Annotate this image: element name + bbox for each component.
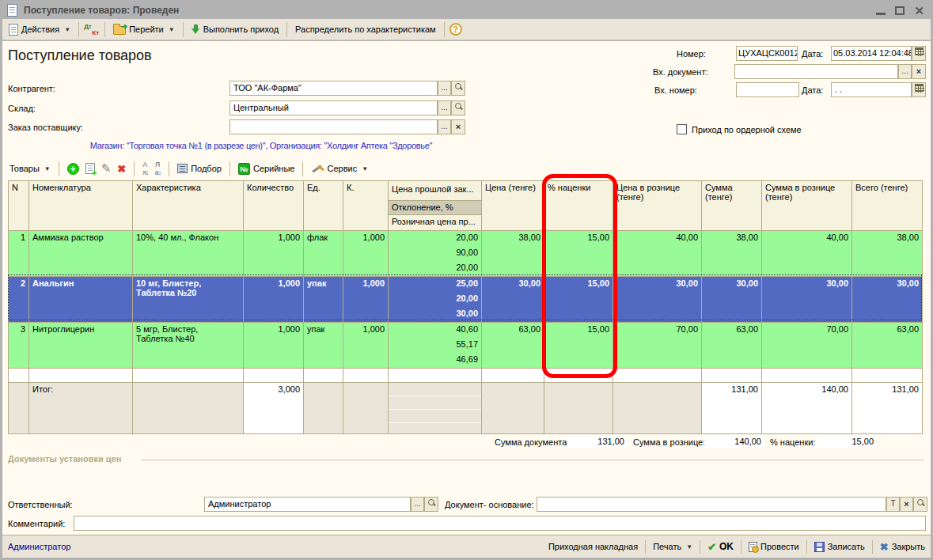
cell[interactable]: 1,000 <box>343 323 389 369</box>
close-window-button[interactable]: ✖Закрыть <box>878 541 927 553</box>
cell[interactable]: 30,00 <box>852 277 923 323</box>
minimize-button[interactable] <box>876 13 886 15</box>
cell[interactable]: 63,00 <box>852 323 923 369</box>
cell[interactable]: 30,00 <box>702 277 762 323</box>
supplier-order-ellipsis-button[interactable]: ... <box>438 119 451 134</box>
cell[interactable]: 38,00 <box>702 231 762 277</box>
save-button[interactable]: Записать <box>812 542 867 552</box>
goods-menu-button[interactable]: Товары▼ <box>6 161 54 177</box>
cell[interactable]: 40,00 <box>762 231 852 277</box>
col-header[interactable]: Цена прошлой зак...Отклонение, %Рознична… <box>389 181 482 231</box>
cell[interactable]: 30,00 <box>762 277 852 323</box>
table-row[interactable]: 3Нитроглицерин5 мгр, Блистер, Таблетка №… <box>9 323 923 369</box>
dtkt-button[interactable]: ДтКт <box>84 23 100 36</box>
responsible-ellipsis-button[interactable]: ... <box>411 497 424 512</box>
distribute-button[interactable]: Распределить по характеристикам <box>292 21 439 38</box>
cell[interactable]: 70,00 <box>762 323 852 369</box>
cell[interactable]: 3 <box>9 323 29 369</box>
warehouse-ellipsis-button[interactable]: ... <box>438 100 451 115</box>
cell[interactable]: 63,00 <box>482 323 544 369</box>
col-header[interactable]: Сумма в рознице (тенге) <box>762 181 852 231</box>
cell[interactable]: Анальгин <box>29 277 133 323</box>
cell[interactable]: упак <box>304 277 343 323</box>
post-button[interactable]: Провести <box>746 542 802 552</box>
in-date-calendar-button[interactable] <box>912 82 926 97</box>
cell[interactable]: 63,00 <box>702 323 762 369</box>
col-header[interactable]: Всего (тенге) <box>852 181 923 231</box>
in-num-field[interactable] <box>736 82 799 97</box>
date-field[interactable]: 05.03.2014 12:04:48 <box>831 46 912 61</box>
cell[interactable]: 5 мгр, Блистер, Таблетка №40 <box>133 323 244 369</box>
run-receipt-button[interactable]: Выполнить приход <box>188 21 282 38</box>
col-subheader[interactable]: Цена прошлой зак... <box>389 181 481 200</box>
items-table[interactable]: NНоменклатураХарактеристикаКоличествоЕд.… <box>8 180 923 434</box>
sort-asc-button[interactable]: Ая↓ <box>139 161 151 177</box>
in-doc-ellipsis-button[interactable]: ... <box>898 64 912 79</box>
maximize-button[interactable] <box>895 6 905 15</box>
order-scheme-checkbox[interactable] <box>677 124 687 134</box>
cell[interactable]: 15,00 <box>544 277 613 323</box>
cell[interactable]: Нитроглицерин <box>29 323 133 369</box>
sort-desc-button[interactable]: Яа↓ <box>152 161 165 177</box>
responsible-search-button[interactable] <box>424 497 438 512</box>
cell[interactable]: 10 мг, Блистер, Таблетка №20 <box>133 277 244 323</box>
empty-row[interactable] <box>9 369 923 383</box>
delete-row-button[interactable]: ✖ <box>114 161 129 177</box>
table-row[interactable]: 2Анальгин10 мг, Блистер, Таблетка №201,0… <box>9 277 923 323</box>
contractor-field[interactable]: ТОО "АК-Фарма" <box>229 81 438 96</box>
warehouse-field[interactable]: Центральный <box>229 100 438 115</box>
cell[interactable]: 40,00 <box>613 231 702 277</box>
col-header[interactable]: Номенклатура <box>29 181 133 231</box>
close-button[interactable]: ✕ <box>914 5 924 17</box>
copy-row-button[interactable] <box>82 161 98 177</box>
cell[interactable]: 15,00 <box>544 323 613 369</box>
ok-button[interactable]: ✔OK <box>705 541 736 553</box>
cell[interactable]: 20,0090,0020,00 <box>389 231 482 277</box>
status-user-link[interactable]: Администратор <box>8 542 70 551</box>
add-row-button[interactable]: + <box>64 161 82 177</box>
doc-type-link[interactable]: Приходная накладная <box>546 542 640 551</box>
col-subheader[interactable]: Отклонение, % <box>389 200 481 215</box>
col-header[interactable]: N <box>9 181 29 231</box>
cell[interactable]: 40,6055,1746,69 <box>389 323 482 369</box>
cell[interactable]: 1,000 <box>343 277 389 323</box>
base-doc-clear-button[interactable]: × <box>900 497 913 512</box>
contractor-search-button[interactable] <box>451 81 465 96</box>
col-header[interactable]: К. <box>343 181 389 231</box>
pick-button[interactable]: Подбор <box>174 161 225 177</box>
cell[interactable]: 15,00 <box>544 231 613 277</box>
cell[interactable]: 70,00 <box>613 323 702 369</box>
base-doc-search-button[interactable] <box>913 497 927 512</box>
cell[interactable]: 1,000 <box>343 231 389 277</box>
cell[interactable]: флак <box>304 231 343 277</box>
date-calendar-button[interactable] <box>912 46 926 61</box>
cell[interactable]: 1,000 <box>244 323 304 369</box>
cell[interactable]: 38,00 <box>852 231 923 277</box>
comment-field[interactable] <box>74 516 926 531</box>
print-button[interactable]: Печать▼ <box>650 542 695 551</box>
cell[interactable]: 30,00 <box>613 277 702 323</box>
base-doc-field[interactable] <box>537 497 886 512</box>
number-field[interactable]: ЦУХАЦСК0012 <box>736 46 798 61</box>
actions-button[interactable]: Действия▼ <box>6 21 74 38</box>
cell[interactable]: 38,00 <box>482 231 544 277</box>
col-header[interactable]: Сумма (тенге) <box>702 181 762 231</box>
in-date-field[interactable]: . . <box>831 82 912 97</box>
col-subheader[interactable]: Розничная цена пр... <box>389 215 481 230</box>
col-header[interactable]: Количество <box>244 181 304 231</box>
col-header[interactable]: % наценки <box>544 181 613 231</box>
cell[interactable]: упак <box>304 323 343 369</box>
col-header[interactable]: Цена (тенге) <box>482 181 544 231</box>
supplier-order-clear-button[interactable]: × <box>451 119 465 134</box>
col-header[interactable]: Цена в рознице (тенге) <box>613 181 702 231</box>
col-header[interactable]: Характеристика <box>133 181 244 231</box>
serial-button[interactable]: №Серийные <box>235 161 298 177</box>
cell[interactable]: 10%, 40 мл., Флакон <box>133 231 244 277</box>
cell[interactable]: 30,00 <box>482 277 544 323</box>
cell[interactable]: 25,0020,0030,00 <box>389 277 482 323</box>
help-button[interactable]: ? <box>449 23 462 36</box>
cell[interactable]: 1 <box>9 231 29 277</box>
supplier-order-field[interactable] <box>229 119 438 134</box>
cell[interactable]: 2 <box>9 277 29 323</box>
table-row[interactable]: 1Аммиака раствор10%, 40 мл., Флакон1,000… <box>9 231 923 277</box>
